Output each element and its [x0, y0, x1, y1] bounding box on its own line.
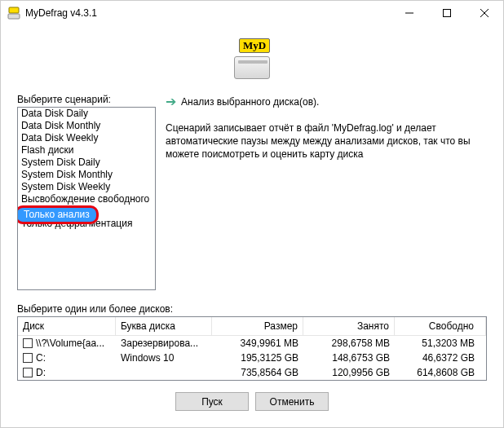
- title-bar: MyDefrag v4.3.1: [1, 1, 503, 25]
- scenario-listbox[interactable]: Data Disk DailyData Disk MonthlyData Dis…: [17, 107, 156, 290]
- disk-table-header[interactable]: Диск Буква диска Размер Занято Свободно: [18, 317, 486, 336]
- disk-checkbox[interactable]: [23, 368, 33, 377]
- close-button[interactable]: [466, 1, 503, 25]
- window-title: MyDefrag v4.3.1: [25, 7, 391, 19]
- disk-table: Диск Буква диска Размер Занято Свободно …: [17, 316, 487, 381]
- disk-table-row[interactable]: C:Windows 10195,3125 GB148,6753 GB46,637…: [18, 351, 486, 365]
- scenario-item[interactable]: Только анализ: [18, 205, 155, 218]
- run-button[interactable]: Пуск: [175, 392, 249, 411]
- scenario-item[interactable]: System Disk Daily: [18, 157, 155, 169]
- scenario-item-selected-highlight: Только анализ: [17, 205, 99, 224]
- description-body: Сценарий записывает отчёт в файл 'MyDefr…: [166, 121, 487, 161]
- svg-rect-3: [444, 10, 451, 17]
- maximize-button[interactable]: [428, 1, 466, 25]
- disk-checkbox[interactable]: [23, 338, 33, 348]
- scenario-item[interactable]: Data Disk Monthly: [18, 120, 155, 132]
- disk-table-row[interactable]: D:735,8564 GB120,9956 GB614,8608 GB: [18, 365, 486, 380]
- scenario-item[interactable]: Высвобождение свободного: [18, 193, 155, 205]
- svg-rect-1: [8, 14, 20, 19]
- scenario-item[interactable]: System Disk Monthly: [18, 169, 155, 181]
- svg-rect-0: [9, 7, 19, 13]
- minimize-button[interactable]: [391, 1, 428, 25]
- scenario-item[interactable]: Data Disk Daily: [18, 108, 155, 120]
- scenario-item[interactable]: Data Disk Weekly: [18, 132, 155, 144]
- cancel-button[interactable]: Отменить: [255, 392, 329, 411]
- arrow-icon: ➔: [166, 95, 176, 108]
- scenario-item[interactable]: System Disk Weekly: [18, 181, 155, 193]
- disk-table-row[interactable]: \\?\Volume{aa...Зарезервирова...349,9961…: [18, 336, 486, 351]
- scenario-item[interactable]: Flash диски: [18, 144, 155, 157]
- logo: MyD: [17, 40, 487, 79]
- disk-checkbox[interactable]: [23, 353, 33, 363]
- scenario-label: Выберите сценарий:: [17, 94, 156, 105]
- app-icon: [7, 7, 20, 20]
- description-header: Анализ выбранного диска(ов).: [181, 96, 319, 108]
- disks-label: Выберите один или более дисков:: [17, 303, 487, 315]
